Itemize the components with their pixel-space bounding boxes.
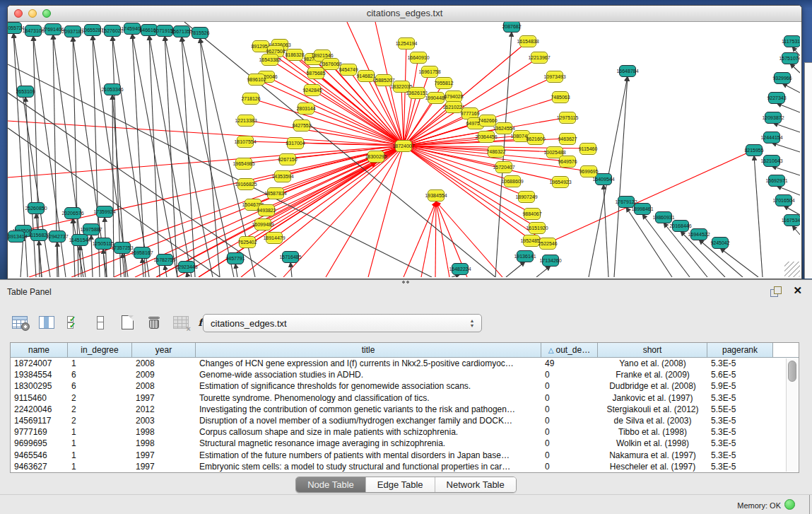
graph-node[interactable]: 19860931 [655, 211, 672, 223]
graph-node[interactable]: 20206576 [64, 207, 81, 219]
graph-node[interactable]: 9699695 [580, 165, 597, 177]
graph-node[interactable]: 24055724 [8, 22, 22, 34]
graph-node[interactable]: 9493822 [258, 204, 275, 216]
column-header-title[interactable]: title [196, 343, 541, 358]
network-window-titlebar[interactable]: citations_edges.txt [8, 6, 801, 22]
table-row[interactable]: 1872400712008Changes of HCN gene express… [11, 358, 799, 369]
tab-network-table[interactable]: Network Table [435, 477, 516, 492]
graph-node[interactable]: 12213383 [237, 115, 254, 127]
table-row[interactable]: 2242004622012Investigating the contribut… [11, 404, 799, 415]
graph-node[interactable]: 9245042 [712, 237, 729, 249]
graph-node[interactable]: 16154838 [519, 35, 536, 47]
graph-node[interactable]: 11175314 [784, 35, 800, 47]
graph-node[interactable]: 16482224 [452, 263, 469, 275]
graph-node[interactable]: 14353594 [274, 170, 291, 182]
graph-node[interactable]: 11451544 [71, 234, 88, 246]
graph-node[interactable]: 2087682 [503, 22, 520, 33]
table-row[interactable]: 1456911722003Disruption of a novel membe… [11, 415, 799, 426]
graph-node[interactable]: 12444154 [763, 132, 780, 144]
graph-node[interactable]: 9457791 [227, 252, 244, 264]
network-canvas[interactable]: 2405572418473106276914062093718110655287… [8, 22, 800, 277]
graph-node[interactable]: 20937181 [64, 25, 81, 37]
graph-node[interactable]: 8186328 [286, 49, 303, 61]
graph-node[interactable]: 2653109 [17, 86, 34, 98]
graph-node[interactable]: 15716485 [282, 251, 299, 263]
graph-node[interactable]: 18473106 [25, 25, 42, 37]
graph-node[interactable]: 19136141 [517, 250, 534, 262]
graph-node[interactable]: 19904486 [428, 92, 445, 104]
graph-node[interactable]: 19654923 [552, 176, 569, 188]
graph-node[interactable]: 15751074 [782, 52, 799, 64]
graph-node[interactable]: 7955812 [435, 77, 452, 89]
graph-node[interactable]: 8621600 [527, 133, 544, 145]
graph-node[interactable]: 16151920 [529, 222, 546, 234]
graph-node[interactable]: 18300295 [367, 151, 384, 163]
graph-node[interactable]: 8427552 [293, 119, 310, 132]
graph-node[interactable]: 9146821 [358, 70, 375, 82]
graph-node[interactable]: 20168446 [672, 220, 689, 232]
graph-node[interactable]: 17359924 [96, 206, 113, 218]
select-all-icon[interactable]: ✓✓ [64, 313, 83, 332]
graph-node[interactable]: 2522546 [539, 238, 556, 250]
column-header-year[interactable]: year [132, 343, 196, 358]
graph-node[interactable]: 18907249 [518, 191, 535, 203]
graph-node[interactable]: 2718126 [242, 93, 259, 105]
graph-node[interactable]: 12213967 [531, 52, 548, 64]
column-header-pagerank[interactable]: pagerank [707, 343, 773, 358]
graph-node[interactable]: 19654985 [235, 158, 252, 170]
graph-node[interactable]: 8454749 [340, 64, 357, 76]
graph-node[interactable]: 15885207 [375, 74, 392, 86]
graph-node[interactable]: 16958167 [134, 247, 151, 259]
graph-node[interactable]: 18914479 [266, 232, 283, 244]
table-settings-icon[interactable] [10, 313, 30, 332]
graph-node[interactable]: 16099489 [254, 218, 271, 230]
graph-node[interactable]: 12505115 [95, 238, 112, 250]
graph-node[interactable]: 21053346 [104, 83, 121, 95]
graph-node[interactable]: 15276021 [104, 25, 121, 37]
column-header-in_degree[interactable]: in_degree [68, 343, 132, 358]
graph-node[interactable]: 19166825 [237, 178, 254, 190]
graph-node[interactable]: 8317004 [287, 137, 304, 149]
graph-node[interactable]: 15671355 [173, 25, 190, 37]
graph-node[interactable]: 5875685 [307, 67, 324, 79]
graph-node[interactable]: 9463627 [559, 133, 576, 145]
table-selector-dropdown[interactable]: citations_edges.txt ▲▼ [203, 314, 482, 332]
table-scrollbar[interactable] [786, 358, 797, 472]
graph-node[interactable]: 12093872 [765, 112, 782, 124]
graph-node[interactable]: 7815526 [192, 27, 208, 39]
graph-node[interactable]: 7462660 [479, 115, 496, 127]
new-table-icon[interactable] [117, 313, 137, 332]
graph-node[interactable]: 9896102 [248, 74, 265, 86]
graph-node[interactable]: 16961758 [421, 66, 438, 78]
graph-node[interactable]: 17357253 [114, 242, 131, 254]
graph-node[interactable]: 9227343 [768, 92, 785, 104]
graph-node[interactable]: 16782759 [156, 254, 173, 266]
show-columns-icon[interactable] [37, 313, 57, 332]
graph-node[interactable]: 16648784 [619, 65, 636, 77]
graph-node[interactable]: 16944522 [690, 228, 707, 240]
graph-node[interactable]: 23676068 [322, 58, 339, 70]
graph-node[interactable]: 15720407 [495, 161, 512, 173]
table-row[interactable]: 911546021997Tourette syndrome. Phenomeno… [11, 392, 799, 404]
graph-node[interactable]: 8215955 [746, 144, 763, 156]
clear-selection-icon[interactable] [90, 313, 110, 332]
graph-node[interactable]: 13624554 [495, 122, 512, 134]
graph-node[interactable]: 18998461 [634, 203, 651, 215]
close-panel-icon[interactable]: ✕ [793, 285, 802, 296]
table-row[interactable]: 946554611997Estimation of the future num… [11, 450, 799, 461]
graph-node[interactable]: 10655287 [84, 24, 101, 36]
graph-node[interactable]: 11156829 [30, 229, 47, 241]
network-window[interactable]: citations_edges.txt 24055724184731062769… [7, 5, 802, 279]
tab-node-table[interactable]: Node Table [296, 477, 366, 492]
graph-node[interactable]: 7625402 [239, 236, 256, 248]
graph-node[interactable]: 10973493 [546, 71, 563, 83]
graph-node[interactable]: 23913414 [8, 230, 25, 243]
graph-node[interactable]: 7486322 [488, 146, 505, 158]
graph-node[interactable]: 17459404 [124, 23, 141, 35]
graph-node[interactable]: 16409544 [595, 173, 612, 185]
table-scrollbar-thumb[interactable] [788, 361, 796, 382]
column-header-name[interactable]: name [11, 343, 68, 358]
window-resize-grip[interactable] [784, 262, 800, 277]
graph-node[interactable]: 6794028 [445, 90, 462, 103]
delete-rows-icon[interactable] [144, 313, 164, 332]
